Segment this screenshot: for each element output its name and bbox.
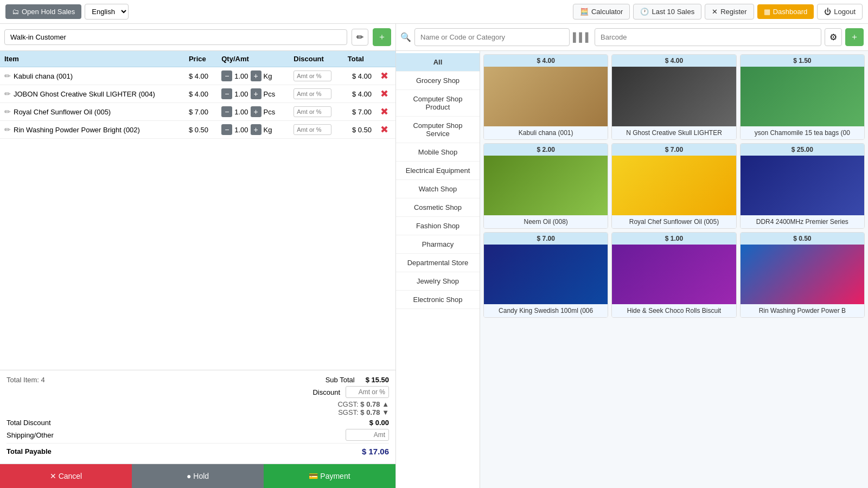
shipping-label: Shipping/Other xyxy=(7,431,54,439)
settings-button[interactable]: ⚙ xyxy=(825,28,842,46)
total-discount-value: $ 0.00 xyxy=(369,419,389,427)
category-btn-electronic[interactable]: Electronic Shop xyxy=(396,291,480,309)
product-card-004[interactable]: $ 4.00 N Ghost Creative Skull LIGHTER xyxy=(611,54,736,140)
category-btn-all[interactable]: All xyxy=(396,53,480,72)
qty-increase-button[interactable]: + xyxy=(251,124,261,135)
discount-input[interactable] xyxy=(346,386,389,398)
register-button[interactable]: ✕ Register xyxy=(705,4,754,20)
product-price: $ 25.00 xyxy=(741,144,864,156)
barcode-input[interactable] xyxy=(595,28,821,46)
logout-button[interactable]: ⏻ Logout xyxy=(817,4,863,20)
item-total: $ 0.50 xyxy=(343,121,376,139)
last-10-sales-button[interactable]: 🕐 Last 10 Sales xyxy=(633,4,701,20)
product-card-008[interactable]: $ 2.00 Neem Oil (008) xyxy=(483,143,608,229)
qty-unit: Kg xyxy=(264,126,272,134)
tax-row: CGST: $ 0.78 ▲ SGST: $ 0.78 ▼ xyxy=(7,400,389,416)
qty-decrease-button[interactable]: − xyxy=(221,70,232,81)
qty-increase-button[interactable]: + xyxy=(251,88,261,99)
product-image xyxy=(484,67,608,126)
qty-unit: Pcs xyxy=(264,90,276,98)
remove-item-button[interactable]: ✖ xyxy=(380,124,388,136)
product-image xyxy=(612,156,736,215)
qty-value: 1.00 xyxy=(234,108,248,116)
hold-button[interactable]: ● Hold xyxy=(132,464,264,488)
product-card-005[interactable]: $ 7.00 Royal Chef Sunflower Oil (005) xyxy=(611,143,736,229)
right-panel: 🔍 ▌▌▌ ⚙ ＋ AllGrocery ShopComputer Shop P… xyxy=(396,24,868,488)
total-item-row: Total Item: 4 Sub Total $ 15.50 xyxy=(7,376,389,384)
product-price: $ 4.00 xyxy=(484,55,608,67)
logout-icon: ⏻ xyxy=(824,8,831,16)
category-btn-jewelry[interactable]: Jewelry Shop xyxy=(396,272,480,291)
category-sidebar: AllGrocery ShopComputer Shop ProductComp… xyxy=(396,51,480,488)
product-name: Hide & Seek Choco Rolls Biscuit xyxy=(612,304,736,317)
product-name: Candy King Swedish 100ml (006 xyxy=(484,304,608,317)
row-discount-input[interactable] xyxy=(293,106,331,117)
remove-item-button[interactable]: ✖ xyxy=(380,70,388,82)
product-price: $ 4.00 xyxy=(612,55,736,67)
qty-increase-button[interactable]: + xyxy=(251,70,261,81)
add-product-button[interactable]: ＋ xyxy=(845,28,864,46)
category-btn-cosmetic[interactable]: Cosmetic Shop xyxy=(396,198,480,217)
table-row: ✏ JOBON Ghost Creative Skull LIGHTER (00… xyxy=(0,85,395,103)
category-btn-grocery[interactable]: Grocery Shop xyxy=(396,72,480,90)
calculator-button[interactable]: 🧮 Calculator xyxy=(573,4,630,20)
category-btn-departmental[interactable]: Departmental Store xyxy=(396,254,480,272)
product-price: $ 7.00 xyxy=(612,144,736,156)
product-name: N Ghost Creative Skull LIGHTER xyxy=(612,126,736,139)
cancel-button[interactable]: ✕ Cancel xyxy=(0,464,132,488)
language-select[interactable]: English xyxy=(85,4,129,20)
product-card-002[interactable]: $ 0.50 Rin Washing Powder Power B xyxy=(740,232,865,318)
row-discount-input[interactable] xyxy=(293,70,331,81)
category-btn-computer-product[interactable]: Computer Shop Product xyxy=(396,90,480,117)
category-btn-computer-service[interactable]: Computer Shop Service xyxy=(396,117,480,143)
close-icon: ✕ xyxy=(712,8,718,16)
item-name: Royal Chef Sunflower Oil (005) xyxy=(14,108,111,116)
edit-row-icon[interactable]: ✏ xyxy=(4,89,11,98)
edit-customer-button[interactable]: ✏ xyxy=(352,29,368,46)
item-price: $ 0.50 xyxy=(184,121,217,139)
qty-decrease-button[interactable]: − xyxy=(221,124,232,135)
order-table: Item Price Qty/Amt Discount Total ✏ Kabu… xyxy=(0,51,395,370)
qty-decrease-button[interactable]: − xyxy=(221,106,232,117)
edit-row-icon[interactable]: ✏ xyxy=(4,125,11,134)
col-item: Item xyxy=(0,51,184,67)
product-image xyxy=(741,67,864,126)
qty-value: 1.00 xyxy=(234,72,248,80)
product-card-001[interactable]: $ 4.00 Kabuli chana (001) xyxy=(483,54,608,140)
product-card-ram[interactable]: $ 25.00 DDR4 2400MHz Premier Series xyxy=(740,143,865,229)
qty-decrease-button[interactable]: − xyxy=(221,88,232,99)
product-search-input[interactable] xyxy=(414,28,570,46)
qty-increase-button[interactable]: + xyxy=(251,106,261,117)
open-hold-sales-button[interactable]: 🗂 Open Hold Sales xyxy=(5,4,81,19)
total-payable-value: $ 17.06 xyxy=(362,447,389,456)
row-discount-input[interactable] xyxy=(293,124,331,135)
shipping-input[interactable] xyxy=(346,429,389,441)
edit-row-icon[interactable]: ✏ xyxy=(4,72,11,80)
add-customer-button[interactable]: ＋ xyxy=(373,28,391,46)
item-price: $ 7.00 xyxy=(184,103,217,121)
edit-row-icon[interactable]: ✏ xyxy=(4,107,11,116)
category-btn-mobile[interactable]: Mobile Shop xyxy=(396,143,480,162)
payment-button[interactable]: 💳 Payment xyxy=(264,464,395,488)
products-area: AllGrocery ShopComputer Shop ProductComp… xyxy=(396,51,868,488)
product-name: Rin Washing Powder Power B xyxy=(741,304,864,317)
category-btn-electrical[interactable]: Electrical Equipment xyxy=(396,162,480,180)
col-qty: Qty/Amt xyxy=(217,51,289,67)
remove-item-button[interactable]: ✖ xyxy=(380,106,388,118)
category-btn-pharmacy[interactable]: Pharmacy xyxy=(396,235,480,254)
product-price: $ 2.00 xyxy=(484,144,608,156)
product-card-015[interactable]: $ 1.50 yson Chamomile 15 tea bags (00 xyxy=(740,54,865,140)
calculator-icon: 🧮 xyxy=(580,8,589,16)
product-card-007[interactable]: $ 1.00 Hide & Seek Choco Rolls Biscuit xyxy=(611,232,736,318)
remove-item-button[interactable]: ✖ xyxy=(380,88,388,100)
total-discount-row: Total Discount $ 0.00 xyxy=(7,419,389,427)
dashboard-button[interactable]: ▦ Dashboard xyxy=(757,4,814,19)
category-btn-fashion[interactable]: Fashion Shop xyxy=(396,217,480,235)
row-discount-input[interactable] xyxy=(293,88,331,99)
discount-label: Discount xyxy=(312,388,340,396)
product-card-006[interactable]: $ 7.00 Candy King Swedish 100ml (006 xyxy=(483,232,608,318)
category-btn-watch[interactable]: Watch Shop xyxy=(396,180,480,198)
dashboard-icon: ▦ xyxy=(764,8,770,16)
qty-unit: Kg xyxy=(264,72,272,80)
customer-select[interactable]: Walk-in Customer xyxy=(4,29,347,45)
